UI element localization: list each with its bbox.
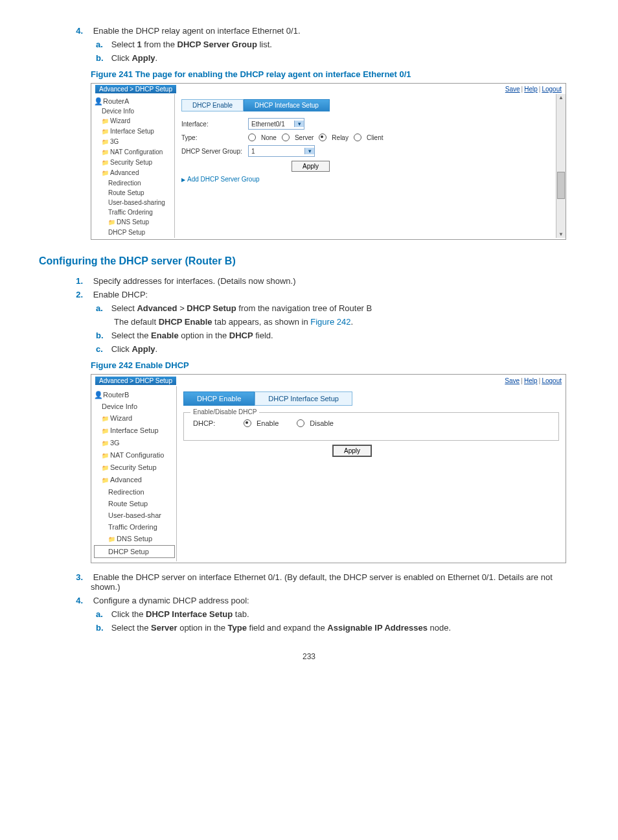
chevron-down-icon: ▾ [304,148,314,154]
tree-item[interactable]: Wizard [94,116,173,126]
interface-select[interactable]: Ethernet0/1 ▾ [248,118,304,130]
radio-server[interactable] [282,134,290,141]
enable-disable-fieldset: Enable/Disable DHCP DHCP: Enable Disable [183,412,559,441]
group-label: DHCP Server Group: [181,148,243,155]
tree-item[interactable]: Traffic Ordering [94,207,173,217]
tree-item[interactable]: DHCP Setup [94,228,173,237]
tree-item[interactable]: NAT Configuratio [94,449,175,461]
tree-item[interactable]: Traffic Ordering [94,521,175,533]
figure-241-title: Figure 241 The page for enabling the DHC… [91,69,566,79]
tree-item[interactable]: Wizard [94,412,175,425]
breadcrumb: Advanced > DHCP Setup [95,377,176,385]
step-3: 3. Enable the DHCP server on interface E… [91,572,566,592]
tree-item[interactable]: NAT Configuration [94,147,173,158]
scroll-up-icon[interactable]: ▲ [558,94,564,101]
figure-242-link[interactable]: Figure 242 [310,317,350,327]
tree-item[interactable]: DNS Setup [94,217,173,228]
step-4b: 4. Configure a dynamic DHCP address pool… [91,596,566,633]
figure-241-screenshot: Advanced > DHCP Setup Save|Help|Logout 👤… [91,83,566,240]
top-links: Save|Help|Logout [505,377,562,384]
dhcp-label: DHCP: [193,419,238,427]
logout-link[interactable]: Logout [542,86,562,93]
tree-item[interactable]: Advanced [94,168,173,178]
help-link[interactable]: Help [524,86,538,93]
radio-client[interactable] [354,134,361,141]
nav-tree: 👤RouterA Device Info Wizard Interface Se… [91,94,175,238]
save-link[interactable]: Save [505,86,520,93]
tab-dhcp-enable[interactable]: DHCP Enable [181,99,244,111]
type-label: Type: [181,134,243,141]
content-panel: DHCP Enable DHCP Interface Setup Interfa… [175,94,556,238]
step-1: 1. Specify addresses for interfaces. (De… [91,276,566,286]
radio-disable[interactable] [297,419,304,427]
page-number: 233 [52,652,566,661]
figure-242-title: Figure 242 Enable DHCP [91,360,566,370]
tab-dhcp-enable[interactable]: DHCP Enable [183,391,255,406]
substep-b: b. Select the Server option in the Type … [114,623,566,633]
substep-c: c. Click Apply. [114,344,566,354]
save-link[interactable]: Save [505,377,520,384]
tree-item[interactable]: User-based-shar [94,509,175,521]
scroll-down-icon[interactable]: ▼ [558,231,564,238]
tree-item[interactable]: DNS Setup [94,533,175,545]
nav-tree: 👤RouterB Device Info Wizard Interface Se… [91,386,177,561]
tree-item[interactable]: Redirection [94,178,173,188]
add-dhcp-server-group[interactable]: Add DHCP Server Group [181,176,549,183]
tree-item[interactable]: Device Info [94,106,173,116]
tree-item[interactable]: Route Setup [94,498,175,509]
scroll-thumb[interactable] [557,172,565,199]
tab-dhcp-interface-setup[interactable]: DHCP Interface Setup [244,99,330,111]
radio-none[interactable] [248,134,256,141]
interface-label: Interface: [181,121,243,128]
tree-item[interactable]: User-based-sharing [94,198,173,207]
substep-a: a. Select 1 from the DHCP Server Group l… [114,40,566,49]
tree-item[interactable]: Advanced [94,474,175,486]
step-number: 4. [65,26,91,36]
tree-item[interactable]: 3G [94,437,175,449]
radio-relay[interactable] [319,134,326,141]
content-panel: DHCP Enable DHCP Interface Setup Enable/… [177,386,566,561]
logout-link[interactable]: Logout [542,377,562,384]
tree-item[interactable]: Interface Setup [94,126,173,137]
tab-dhcp-interface-setup[interactable]: DHCP Interface Setup [255,391,352,406]
radio-enable[interactable] [244,419,251,427]
breadcrumb: Advanced > DHCP Setup [95,85,176,93]
tree-item[interactable]: Security Setup [94,158,173,168]
tree-item[interactable]: Device Info [94,401,175,412]
tree-item[interactable]: Interface Setup [94,425,175,437]
step-2: 2. Enable DHCP: a. Select Advanced > DHC… [91,290,566,563]
section-title: Configuring the DHCP server (Router B) [39,255,566,267]
tree-root[interactable]: 👤RouterA [94,97,173,106]
apply-button[interactable]: Apply [332,445,372,457]
step-4: 4. Enable the DHCP relay agent on interf… [91,26,566,240]
tree-item[interactable]: 3G [94,137,173,147]
tree-item[interactable]: Route Setup [94,188,173,198]
substep-a: a. Click the DHCP Interface Setup tab. [114,609,566,619]
scrollbar[interactable]: ▲ ▼ [556,94,566,238]
fieldset-legend: Enable/Disable DHCP [190,408,259,415]
server-group-select[interactable]: 1 ▾ [248,145,315,157]
top-links: Save|Help|Logout [505,86,562,93]
substep-b: b. Select the Enable option in the DHCP … [114,331,566,340]
step-text: Enable the DHCP relay agent on interface… [93,26,301,36]
tree-root[interactable]: 👤RouterB [94,389,175,401]
tree-item[interactable]: Redirection [94,486,175,498]
tree-item-selected[interactable]: DHCP Setup [94,545,175,558]
apply-button[interactable]: Apply [292,161,330,172]
figure-242-screenshot: Advanced > DHCP Setup Save|Help|Logout 👤… [91,374,566,563]
help-link[interactable]: Help [524,377,538,384]
substep-b: b. Click Apply. [114,53,566,63]
tree-item[interactable]: Security Setup [94,461,175,474]
chevron-down-icon: ▾ [294,121,304,127]
substep-a: a. Select Advanced > DHCP Setup from the… [114,303,566,327]
